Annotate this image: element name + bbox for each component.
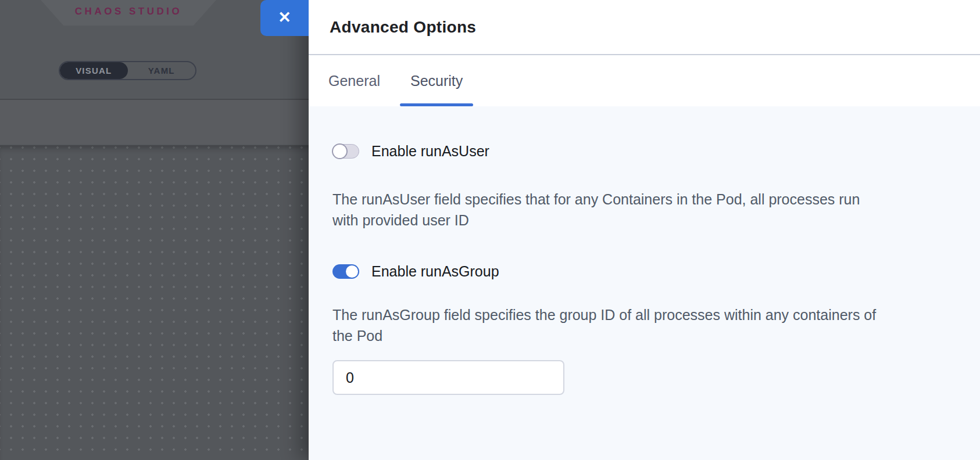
security-tab-content: Enable runAsUser The runAsUser field spe… [309,106,980,460]
close-drawer-button[interactable]: ✕ [260,0,309,36]
enable-runasuser-toggle[interactable] [332,144,359,159]
close-icon: ✕ [278,10,291,26]
run-as-user-description: The runAsUser field specifies that for a… [332,189,886,231]
visual-tab[interactable]: VISUAL [60,62,128,79]
drawer-header: Advanced Options [309,0,980,55]
toggle-knob [346,265,358,278]
toggle-knob [332,143,348,159]
run-as-user-row: Enable runAsUser [332,143,980,159]
run-as-group-row: Enable runAsGroup [332,264,980,279]
brand-title: CHAOS STUDIO [75,6,182,17]
advanced-options-drawer: Advanced Options General Security Enable… [309,0,980,460]
chaos-studio-banner: CHAOS STUDIO [41,0,216,26]
drawer-tabs: General Security [309,55,980,106]
dimmed-canvas-region: CHAOS STUDIO VISUAL YAML [0,0,309,460]
run-as-user-label: Enable runAsUser [371,143,489,160]
enable-runasgroup-toggle[interactable] [332,264,359,279]
dotted-grid-canvas [0,145,309,460]
tab-security[interactable]: Security [409,55,464,106]
drawer-title: Advanced Options [330,18,476,37]
run-as-group-label: Enable runAsGroup [371,263,499,280]
visual-yaml-toggle[interactable]: VISUAL YAML [59,61,196,80]
run-as-group-description: The runAsGroup field specifies the group… [332,304,886,346]
run-as-group-value-input[interactable] [332,360,564,395]
tab-general[interactable]: General [327,55,381,106]
canvas-toolbar-band [0,99,309,144]
yaml-tab[interactable]: YAML [128,62,196,79]
